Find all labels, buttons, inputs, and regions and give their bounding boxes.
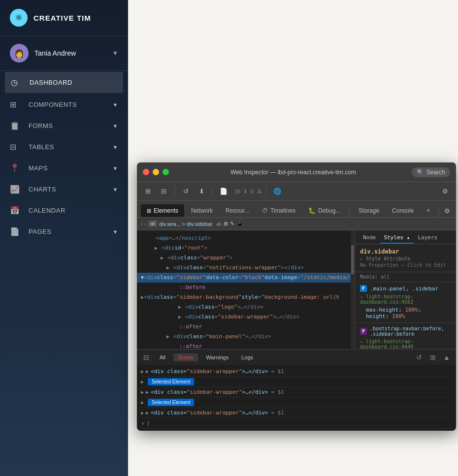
sidebar-item-label: PAGES <box>29 228 113 235</box>
chevron-down-icon: ▼ <box>113 102 118 108</box>
console-refresh-icon[interactable]: ↺ <box>414 352 425 363</box>
rule-icon-purple: P <box>360 328 367 335</box>
dom-line: ▶ <div class="wrapper"> <box>137 253 351 263</box>
tab-storage[interactable]: Storage <box>353 204 385 217</box>
sidebar-logo: ⚛ CREATIVE TIM <box>0 0 128 36</box>
selector-name: div.sidebar <box>360 248 451 255</box>
settings-icon[interactable]: ⚙ <box>442 204 452 217</box>
file-icon[interactable]: 📄 <box>217 185 230 198</box>
rule-source: — light-bootstrap-dashboard.css:4449 <box>360 339 451 349</box>
console-clear-icon[interactable]: ⊟ <box>141 352 152 363</box>
chevron-down-icon: ▼ <box>113 123 118 129</box>
rule-selector: .main-panel, .sidebar <box>370 286 438 292</box>
styles-tab[interactable]: Styles ▴ <box>380 232 414 244</box>
reload-icon[interactable]: ↺ <box>179 185 193 198</box>
console-warnings-tab[interactable]: Warnings <box>201 353 233 361</box>
tab-timelines[interactable]: ⏱ Timelines <box>256 204 301 217</box>
devtools-search[interactable]: 🔍 Search <box>412 167 450 177</box>
sidebar-item-components[interactable]: ⊞ COMPONENTS ▼ <box>0 94 128 115</box>
devtools-toolbar: ⊞ ⊟ ↺ ⬇ 📄 26 ℹ 0 ⚠ 🌐 ⚙ <box>137 182 456 201</box>
sidebar-item-label: DASHBOARD <box>30 79 117 86</box>
dom-line: ▶ <div class="sidebar-wrapper">…</div> <box>137 312 351 322</box>
calendar-icon: 📅 <box>10 206 22 215</box>
elements-tab-icon: ⊞ <box>147 208 151 214</box>
tab-resources[interactable]: Resour... <box>220 204 255 217</box>
console-all-tab[interactable]: All <box>155 353 170 361</box>
logo-icon: ⚛ <box>10 9 28 27</box>
scrollbar-thumb[interactable] <box>351 245 354 275</box>
edit-icon: ✎ <box>230 221 234 227</box>
globe-icon[interactable]: 🌐 <box>270 185 284 198</box>
chevron-down-icon: ▼ <box>113 165 118 171</box>
settings-icon[interactable]: ⚙ <box>438 185 452 198</box>
dom-scrollbar[interactable] <box>351 230 355 349</box>
maximize-button[interactable] <box>163 169 169 175</box>
dom-line: ::after <box>137 322 351 332</box>
traffic-lights <box>143 169 169 175</box>
expand-icon[interactable]: ▶ <box>141 410 144 415</box>
styles-panel: Node Styles ▴ Layers div.sidebar — Style… <box>355 230 456 349</box>
divider <box>174 187 175 196</box>
sidebar-item-charts[interactable]: 📈 CHARTS ▼ <box>0 179 128 200</box>
pages-icon: 📄 <box>10 227 22 236</box>
expand-icon[interactable]: ▶ <box>141 369 144 374</box>
arrow-icon: ▶ <box>146 369 149 374</box>
console-row: ▶ ▶ <div class="sidebar-wrapper">…</div>… <box>141 367 452 377</box>
sidebar-item-pages[interactable]: 📄 PAGES ▼ <box>0 221 128 242</box>
layers-tab[interactable]: Layers <box>414 232 441 244</box>
counter-info: 26 <box>232 189 242 194</box>
split-view-icon[interactable]: ⊟ <box>157 185 170 198</box>
minimize-button[interactable] <box>153 169 159 175</box>
download-icon[interactable]: ⬇ <box>195 185 208 198</box>
grid-icon: ⊞ <box>224 221 228 227</box>
dom-panel[interactable]: <app>…</noscript> ▶ <div id="root"> ▶ <d… <box>137 230 351 349</box>
console-row: ▶ ▶ <div class="sidebar-wrapper">…</div>… <box>141 387 452 397</box>
breadcrumb-right-icon: › <box>145 221 147 227</box>
tab-network[interactable]: Network <box>185 204 219 217</box>
expand-icon[interactable]: ▶ <box>141 400 144 405</box>
expand-icon[interactable]: ▶ <box>141 379 144 384</box>
selected-element-badge[interactable]: Selected Element <box>148 399 194 406</box>
sidebar-item-calendar[interactable]: 📅 CALENDAR <box>0 200 128 221</box>
charts-icon: 📈 <box>10 185 22 194</box>
tab-add[interactable]: + <box>421 204 436 217</box>
sidebar-item-forms[interactable]: 📋 FORMS ▼ <box>0 115 128 136</box>
sidebar-item-label: CALENDAR <box>29 207 118 214</box>
sidebar-item-label: TABLES <box>29 143 113 151</box>
tables-icon: ⊟ <box>10 142 22 152</box>
dashboard-icon: ◷ <box>11 78 23 87</box>
tab-console[interactable]: Console <box>386 204 420 217</box>
components-icon: ⊞ <box>10 100 22 109</box>
styles-node-tabs: Node Styles ▴ Layers <box>355 230 456 244</box>
console-errors-tab[interactable]: Errors <box>173 353 198 361</box>
dom-line: ::after <box>137 342 351 349</box>
sidebar-item-tables[interactable]: ⊟ TABLES ▼ <box>0 136 128 158</box>
chevron-down-icon: ▼ <box>113 229 118 235</box>
console-prompt[interactable]: | <box>147 420 150 426</box>
layout-icon[interactable]: ⊞ <box>141 185 155 198</box>
rule-icon-blue: P <box>360 285 367 292</box>
user-section[interactable]: 👩 Tania Andrew ▼ <box>0 36 128 71</box>
avatar: 👩 <box>10 44 29 63</box>
dom-line: ▶ <div id="root"> <box>137 243 351 253</box>
devtools-title: Web Inspector — lbd-pro-react.creative-t… <box>175 169 412 176</box>
dom-line: ▶ <div class="notifications-wrapper"></d… <box>137 263 351 273</box>
close-button[interactable] <box>143 169 149 175</box>
sidebar-item-maps[interactable]: 📍 MAPS ▼ <box>0 158 128 179</box>
breadcrumb-left-icon: ‹ <box>141 221 143 227</box>
expand-icon[interactable]: ▶ <box>141 389 144 395</box>
devtools-tabs: ⊞ Elements Network Resour... ⏱ Timelines… <box>137 201 456 218</box>
tab-elements[interactable]: ⊞ Elements <box>141 204 184 217</box>
node-tab[interactable]: Node <box>359 232 380 244</box>
tab-debugger[interactable]: 🐛 Debug... <box>302 204 346 217</box>
media-label: Media: all <box>355 272 456 282</box>
console-filter-icon[interactable]: ⊞ <box>427 352 438 363</box>
console-expand-icon[interactable]: ▲ <box>441 352 452 363</box>
console-prompt-row: › | <box>141 418 452 429</box>
counter-info-icon: ℹ <box>244 188 246 194</box>
dom-line: ▶ <div class="main-panel">…</div> <box>137 332 351 342</box>
console-logs-tab[interactable]: Logs <box>236 353 258 361</box>
selector-meta: — Style Attribute <box>360 256 451 261</box>
sidebar-item-dashboard[interactable]: ◷ DASHBOARD <box>5 72 123 93</box>
selected-element-badge[interactable]: Selected Element <box>148 378 194 385</box>
